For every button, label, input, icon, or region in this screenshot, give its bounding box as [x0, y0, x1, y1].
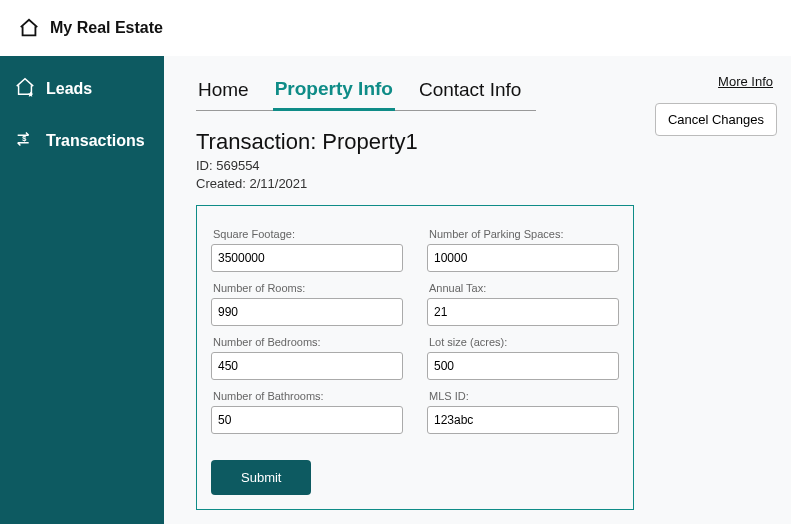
sidebar-item-label: Leads [46, 80, 92, 98]
tab-contact-info[interactable]: Contact Info [417, 73, 523, 109]
topbar: My Real Estate [0, 0, 791, 56]
sidebar-item-leads[interactable]: Leads [14, 76, 150, 102]
tab-property-info[interactable]: Property Info [273, 72, 395, 111]
input-annual-tax[interactable] [427, 298, 619, 326]
input-parking-spaces[interactable] [427, 244, 619, 272]
house-star-icon [14, 76, 36, 102]
main: More Info Cancel Changes Home Property I… [164, 56, 791, 524]
home-icon [18, 17, 40, 39]
label-number-bedrooms: Number of Bedrooms: [213, 336, 403, 348]
sidebar-item-transactions[interactable]: $ Transactions [14, 128, 150, 154]
input-square-footage[interactable] [211, 244, 403, 272]
transaction-id: ID: 569554 [196, 157, 777, 175]
form-column-right: Number of Parking Spaces: Annual Tax: Lo… [427, 224, 619, 444]
app-title: My Real Estate [50, 19, 163, 37]
input-lot-size[interactable] [427, 352, 619, 380]
svg-text:$: $ [22, 134, 26, 143]
input-number-bathrooms[interactable] [211, 406, 403, 434]
input-mls-id[interactable] [427, 406, 619, 434]
label-lot-size: Lot size (acres): [429, 336, 619, 348]
more-info-link[interactable]: More Info [655, 74, 773, 89]
tabs: Home Property Info Contact Info [196, 72, 536, 111]
label-mls-id: MLS ID: [429, 390, 619, 402]
transactions-icon: $ [14, 128, 36, 154]
label-number-rooms: Number of Rooms: [213, 282, 403, 294]
transaction-created: Created: 2/11/2021 [196, 175, 777, 193]
label-annual-tax: Annual Tax: [429, 282, 619, 294]
cancel-button[interactable]: Cancel Changes [655, 103, 777, 136]
label-square-footage: Square Footage: [213, 228, 403, 240]
sidebar: Leads $ Transactions [0, 56, 164, 524]
label-number-bathrooms: Number of Bathrooms: [213, 390, 403, 402]
label-parking-spaces: Number of Parking Spaces: [429, 228, 619, 240]
form-column-left: Square Footage: Number of Rooms: Number … [211, 224, 403, 444]
input-number-rooms[interactable] [211, 298, 403, 326]
tab-home[interactable]: Home [196, 73, 251, 109]
submit-button[interactable]: Submit [211, 460, 311, 495]
form-panel: Square Footage: Number of Rooms: Number … [196, 205, 634, 510]
input-number-bedrooms[interactable] [211, 352, 403, 380]
sidebar-item-label: Transactions [46, 132, 145, 150]
